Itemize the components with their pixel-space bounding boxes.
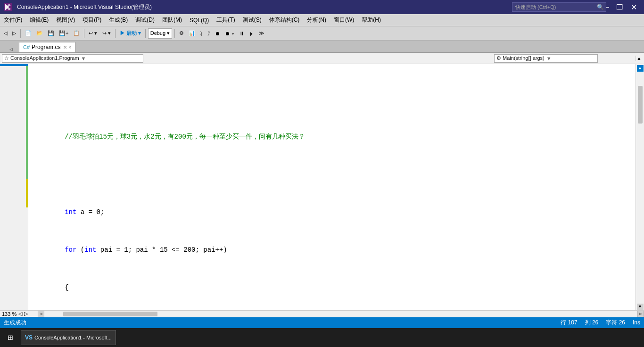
code-content[interactable]: //羽毛球拍15元，球3元，水2元，有200元，每一种至少买一件，问有几种买法？…	[28, 64, 636, 310]
gutter-row	[0, 283, 28, 292]
gutter-row	[0, 217, 28, 226]
gutter-row	[0, 160, 28, 170]
taskbar-start[interactable]: ⊞	[2, 330, 19, 345]
gutter-row	[0, 245, 28, 255]
tb-back[interactable]: ◁	[2, 28, 9, 39]
build-status: 生成成功	[4, 319, 26, 327]
tab-bar: ◁ C# Program.cs ✕ ×	[0, 41, 644, 53]
tb-forward[interactable]: ▷	[10, 28, 18, 39]
tb-debug-config[interactable]: Debug ▾	[148, 28, 172, 39]
hscroll-thumb[interactable]	[63, 312, 157, 316]
tb-save[interactable]: 💾	[46, 28, 56, 39]
taskbar-vs[interactable]: VS ConsoleApplication1 - Microsoft...	[21, 330, 116, 345]
tb-step-over[interactable]: ⤵	[198, 28, 205, 39]
menu-analyze[interactable]: 分析(N)	[303, 14, 330, 26]
vscroll-thumb[interactable]	[638, 86, 643, 124]
status-char: 字符 26	[606, 319, 625, 327]
gutter-row	[0, 141, 28, 151]
tb-attach[interactable]: ⚙	[177, 28, 186, 39]
status-bar: 生成成功 行 107 列 26 字符 26 Ins	[0, 317, 644, 328]
menu-sql[interactable]: SQL(Q)	[186, 14, 213, 26]
gutter-row	[0, 226, 28, 236]
code-line	[33, 94, 636, 104]
annotation-panel: ▲ ▼	[636, 64, 644, 310]
zoom-control: 133 % ◁ ▷	[0, 311, 38, 317]
zoom-decrease[interactable]: ◁	[18, 311, 22, 317]
tb-bp[interactable]: ⏺	[213, 28, 222, 39]
hscroll-left-btn[interactable]: ◁	[38, 311, 44, 317]
hscroll-bar: 133 % ◁ ▷ ◁ ▷	[0, 310, 644, 317]
code-line-brace1: {	[33, 283, 636, 292]
taskbar-vs-icon: VS	[25, 334, 33, 341]
code-editor[interactable]: //羽毛球拍15元，球3元，水2元，有200元，每一种至少买一件，问有几种买法？…	[28, 64, 636, 310]
menu-build[interactable]: 生成(B)	[105, 14, 132, 26]
nav-path-method-dropdown[interactable]: ⚙ Main(string[] args) ▼	[494, 54, 598, 63]
editor-container: //羽毛球拍15元，球3元，水2元，有200元，每一种至少买一件，问有几种买法？…	[0, 64, 644, 310]
tab-modified-indicator: ✕ ×	[63, 45, 71, 50]
title-bar: ConsoleApplication1 - Microsoft Visual S…	[0, 0, 644, 14]
menu-test[interactable]: 测试(S)	[239, 14, 265, 26]
menu-file[interactable]: 文件(F)	[0, 14, 26, 26]
zoom-increase[interactable]: ▷	[24, 311, 28, 317]
quick-search-placeholder[interactable]: 快速启动 (Ctrl+Q)	[512, 4, 559, 11]
menu-edit[interactable]: 编辑(E)	[26, 14, 52, 26]
menu-bar: 文件(F) 编辑(E) 视图(V) 项目(P) 生成(B) 调试(D) 团队(M…	[0, 14, 644, 26]
menu-view[interactable]: 视图(V)	[52, 14, 79, 26]
nav-path-class: ☆ ConsoleApplication1.Program	[4, 55, 79, 61]
gutter-row	[0, 264, 28, 273]
maximize-button[interactable]: ❐	[613, 1, 626, 13]
tab-scroll-left[interactable]: ◁	[9, 46, 19, 52]
menu-debug[interactable]: 调试(D)	[132, 14, 158, 26]
tab-cs-icon: C#	[23, 44, 30, 50]
tb-sep1	[20, 29, 21, 38]
title-bar-left: ConsoleApplication1 - Microsoft Visual S…	[4, 3, 152, 11]
line-gutter	[0, 64, 28, 310]
gutter-row	[0, 151, 28, 160]
scroll-top-btn[interactable]: ▲	[637, 65, 644, 72]
scroll-bottom-btn[interactable]: ▼	[637, 304, 644, 310]
nav-path: ☆ ConsoleApplication1.Program ▼ ⚙ Main(s…	[0, 53, 644, 64]
hscroll-right-btn[interactable]: ▷	[637, 311, 644, 317]
code-line-for-pai: for (int pai = 1; pai * 15 <= 200; pai++…	[33, 245, 636, 255]
tb-run[interactable]: ▶ 启动 ▾	[118, 28, 143, 39]
close-button[interactable]: ✕	[627, 1, 640, 13]
tb-profiler[interactable]: 📊	[187, 28, 197, 39]
gutter-row	[0, 179, 28, 189]
menu-team[interactable]: 团队(M)	[158, 14, 186, 26]
search-icon: 🔍	[597, 4, 606, 10]
tb-saveall[interactable]: 💾+	[57, 28, 70, 39]
tb-bp3[interactable]: ⏵	[247, 28, 256, 39]
status-mode: Ins	[633, 319, 640, 326]
menu-project[interactable]: 项目(P)	[79, 14, 105, 26]
tb-saveas[interactable]: 📋	[71, 28, 82, 39]
menu-help[interactable]: 帮助(H)	[358, 14, 385, 26]
gutter-row	[0, 123, 28, 132]
gutter-row	[0, 273, 28, 283]
tb-bp-opts[interactable]: ⏺ ▾	[223, 28, 236, 39]
nav-path-right: ⚙ Main(string[] args) ▼	[494, 54, 636, 63]
menu-arch[interactable]: 体系结构(C)	[265, 14, 304, 26]
gutter-row	[0, 292, 28, 302]
gutter-row	[0, 207, 28, 217]
code-line-comment: //羽毛球拍15元，球3元，水2元，有200元，每一种至少买一件，问有几种买法？	[33, 132, 636, 141]
vscroll-track	[637, 72, 644, 304]
tab-program-cs[interactable]: C# Program.cs ✕ ×	[19, 42, 75, 52]
tab-name: Program.cs	[32, 44, 60, 50]
nav-collapse-btn[interactable]: ▲	[636, 56, 642, 61]
tb-new[interactable]: 📄	[23, 28, 33, 39]
gutter-row	[0, 255, 28, 264]
menu-window[interactable]: 窗口(W)	[330, 14, 358, 26]
menu-tools[interactable]: 工具(T)	[213, 14, 239, 26]
status-col: 列 26	[585, 319, 599, 327]
gutter-row	[0, 113, 28, 123]
tb-open[interactable]: 📂	[34, 28, 45, 39]
nav-path-class-dropdown[interactable]: ☆ ConsoleApplication1.Program ▼	[2, 54, 143, 63]
tb-more[interactable]: ≫	[257, 28, 266, 39]
tb-step-in[interactable]: ⤴	[206, 28, 212, 39]
tb-bp2[interactable]: ⏸	[237, 28, 246, 39]
status-right: 行 107 列 26 字符 26 Ins	[561, 319, 640, 327]
tb-undo[interactable]: ↩ ▾	[87, 28, 99, 39]
tb-redo[interactable]: ↪ ▾	[100, 28, 113, 39]
nav-path-class-chevron: ▼	[81, 56, 86, 61]
gutter-row	[0, 198, 28, 207]
